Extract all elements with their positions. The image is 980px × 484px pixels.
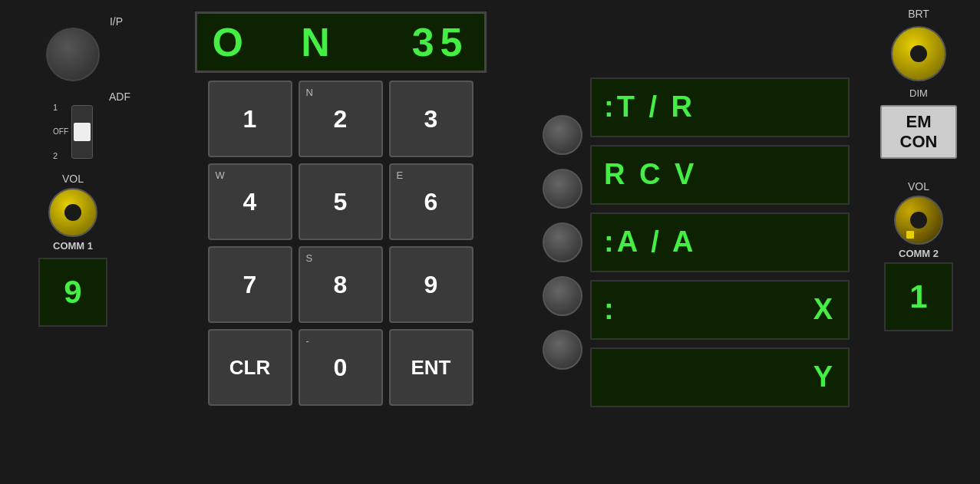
display-row-5: Y <box>590 347 850 407</box>
vol2-indicator <box>906 231 914 239</box>
left-section: I/P ADF 1 OFF 2 VOL COMM 1 <box>0 0 146 484</box>
main-panel: I/P ADF 1 OFF 2 VOL COMM 1 <box>0 0 980 484</box>
key-8-sub: S <box>306 252 313 264</box>
brt-knob-inner <box>910 45 927 62</box>
key-3[interactable]: 3 <box>389 81 474 157</box>
key-9[interactable]: 9 <box>389 246 474 323</box>
key-0-label: 0 <box>334 354 348 382</box>
key-0-sub: - <box>306 335 309 347</box>
adf-switch-container: 1 OFF 2 <box>53 103 93 160</box>
display-row-1: :T / R <box>590 77 850 137</box>
display-row-3-text: :A / A <box>604 226 696 258</box>
display-row-4-colon: : <box>604 293 617 326</box>
key-2[interactable]: N 2 <box>299 81 383 157</box>
key-2-sub: N <box>306 87 313 98</box>
emcon-button[interactable]: EM CON <box>880 105 957 159</box>
circle-btn-1[interactable] <box>543 115 582 155</box>
key-8[interactable]: S 8 <box>299 246 383 323</box>
key-3-label: 3 <box>424 105 438 133</box>
display-value: 35 <box>412 19 469 65</box>
key-4-label: 4 <box>243 188 257 216</box>
display-row-2: R C V <box>590 145 850 205</box>
key-1[interactable]: 1 <box>208 81 292 157</box>
dim-label: DIM <box>909 87 928 99</box>
emcon-line1: EM <box>906 112 932 132</box>
display-row-4: : X <box>590 280 850 340</box>
switch-pos2-label: 2 <box>53 151 68 160</box>
center-section: O N 35 1 N 2 3 W 4 5 E <box>146 0 535 484</box>
vol1-knob-container: VOL COMM 1 9 <box>38 166 107 327</box>
comm2-display: 1 <box>884 262 953 331</box>
far-right-section: BRT DIM EM CON VOL COMM 2 1 <box>857 0 980 484</box>
display-row-4-x: X <box>813 293 836 326</box>
key-6[interactable]: E 6 <box>389 163 474 240</box>
key-2-label: 2 <box>334 105 348 133</box>
adf-switch[interactable] <box>71 105 93 159</box>
vol2-knob-inner <box>910 212 927 229</box>
brt-label: BRT <box>908 8 929 20</box>
brt-knob[interactable] <box>891 26 946 81</box>
comm2-value: 1 <box>909 278 927 315</box>
display-row-1-text: :T / R <box>604 91 695 123</box>
key-ent-label: ENT <box>411 356 451 380</box>
vol2-label: VOL <box>908 180 929 193</box>
display-row-2-text: R C V <box>604 158 697 191</box>
switch-thumb <box>74 123 91 141</box>
vol2-knob-container: VOL COMM 2 1 <box>884 173 953 331</box>
right-mid-section: :T / R R C V :A / A : X Y <box>535 0 857 484</box>
ip-label: I/P <box>110 15 123 28</box>
display-row-5-text: Y <box>813 361 836 393</box>
comm1-display: 9 <box>38 258 107 327</box>
vol1-knob[interactable] <box>48 188 97 237</box>
key-clr-label: CLR <box>229 356 270 380</box>
display-row-3: :A / A <box>590 212 850 272</box>
circle-buttons <box>543 115 582 370</box>
key-6-sub: E <box>397 170 404 181</box>
key-4[interactable]: W 4 <box>208 163 292 240</box>
key-8-label: 8 <box>334 271 348 299</box>
circle-btn-3[interactable] <box>543 222 582 262</box>
key-5[interactable]: 5 <box>299 163 383 240</box>
display-rows: :T / R R C V :A / A : X Y <box>590 77 850 407</box>
key-7-label: 7 <box>243 271 257 299</box>
main-display: O N 35 <box>195 12 487 73</box>
vol2-knob[interactable] <box>894 196 943 245</box>
emcon-line2: CON <box>900 132 938 152</box>
comm2-label: COMM 2 <box>899 248 939 259</box>
key-4-sub: W <box>216 170 225 181</box>
key-ent[interactable]: ENT <box>389 329 474 406</box>
key-1-label: 1 <box>243 105 257 133</box>
key-0[interactable]: - 0 <box>299 329 383 406</box>
comm1-value: 9 <box>64 274 81 311</box>
circle-btn-2[interactable] <box>543 169 582 209</box>
key-7[interactable]: 7 <box>208 246 292 323</box>
key-9-label: 9 <box>424 271 438 299</box>
key-5-label: 5 <box>334 188 348 216</box>
display-text: O N <box>213 19 412 65</box>
adf-label: ADF <box>109 91 130 103</box>
circle-btn-5[interactable] <box>543 330 582 370</box>
keypad: 1 N 2 3 W 4 5 E 6 7 <box>208 81 474 406</box>
circle-btn-4[interactable] <box>543 276 582 316</box>
key-6-label: 6 <box>424 188 438 216</box>
comm1-label: COMM 1 <box>53 240 93 252</box>
switch-off-label: OFF <box>53 127 68 136</box>
ip-button[interactable] <box>46 28 100 81</box>
key-clr[interactable]: CLR <box>208 329 292 406</box>
switch-pos1-label: 1 <box>53 103 68 112</box>
vol1-label: VOL <box>62 173 84 185</box>
vol1-knob-inner <box>64 204 81 221</box>
